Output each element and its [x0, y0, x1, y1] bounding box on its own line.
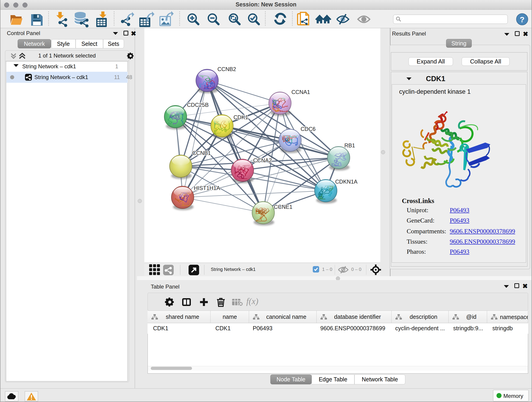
svg-text:CCNA2: CCNA2: [253, 157, 272, 163]
svg-text:CDC25B: CDC25B: [187, 102, 209, 108]
svg-text:CDC6: CDC6: [301, 126, 316, 132]
svg-text:RB1: RB1: [344, 142, 355, 148]
svg-text:CCNE1: CCNE1: [274, 204, 292, 210]
svg-text:CDKN1A: CDKN1A: [335, 179, 357, 185]
svg-text:CCNB2: CCNB2: [217, 66, 236, 72]
svg-text:CCNB1: CCNB1: [192, 150, 211, 156]
svg-text:CCNA1: CCNA1: [291, 89, 310, 95]
svg-text:CDK1: CDK1: [234, 114, 248, 120]
svg-text:HIST1H1A: HIST1H1A: [194, 185, 220, 191]
